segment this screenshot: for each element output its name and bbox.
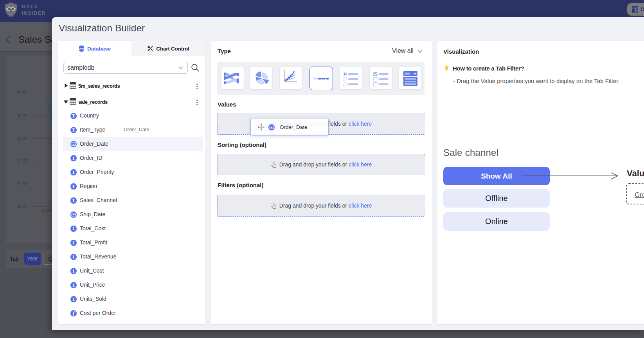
svg-text:Tab: Tab [313, 77, 318, 80]
